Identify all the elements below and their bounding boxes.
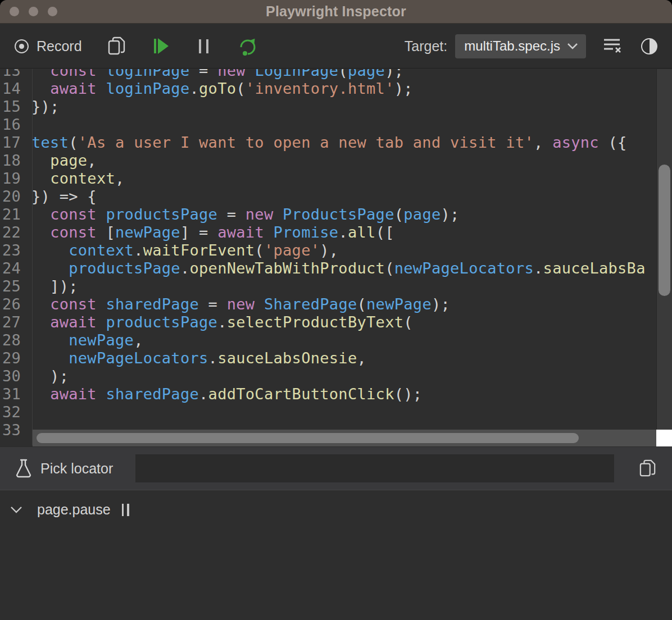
chevron-down-icon <box>10 506 22 514</box>
code-text: test('As a user I want to open a new tab… <box>26 134 627 152</box>
close-button[interactable] <box>10 7 19 16</box>
log-entry[interactable]: page.pause <box>0 490 672 518</box>
code-line[interactable]: 30 ); <box>0 367 656 385</box>
pick-locator-bar: Pick locator <box>0 446 672 490</box>
line-number: 26 <box>0 295 26 313</box>
code-line[interactable]: 29 newPageLocators.sauceLabsOnesie, <box>0 349 656 367</box>
code-text: productsPage.openNewTabWithProduct(newPa… <box>26 259 646 277</box>
code-line[interactable]: 16 <box>0 116 656 134</box>
horizontal-scrollbar[interactable] <box>33 430 656 446</box>
traffic-lights <box>10 7 57 16</box>
pick-locator-label: Pick locator <box>40 461 113 477</box>
code-line[interactable]: 23 context.waitForEvent('page'), <box>0 241 656 259</box>
record-icon <box>15 39 29 53</box>
clear-log-button[interactable] <box>603 38 622 54</box>
line-number: 14 <box>0 80 26 98</box>
code-line[interactable]: 32 <box>0 403 656 421</box>
code-line[interactable]: 18 page, <box>0 152 656 170</box>
code-text <box>26 403 31 421</box>
code-text: context.waitForEvent('page'), <box>26 241 338 259</box>
toolbar-right: Target: multiTab.spec.js <box>405 34 657 58</box>
line-number: 28 <box>0 331 26 349</box>
code-text: await productsPage.selectProductByText( <box>26 313 413 331</box>
code-line[interactable]: 19 context, <box>0 170 656 188</box>
playwright-inspector-window: Playwright Inspector Record <box>0 0 672 620</box>
line-number: 21 <box>0 206 26 224</box>
log-entry-label: page.pause <box>37 502 111 518</box>
code-text: const loginPage = new LoginPage(page); <box>26 69 403 80</box>
code-line[interactable]: 26 const sharedPage = new SharedPage(new… <box>0 295 656 313</box>
line-number: 30 <box>0 367 26 385</box>
line-number: 17 <box>0 134 26 152</box>
target-label: Target: <box>405 38 447 54</box>
locator-input[interactable] <box>135 454 614 482</box>
code-text: page, <box>26 152 97 170</box>
pause-icon <box>199 39 201 53</box>
resume-button[interactable] <box>154 38 169 54</box>
copy-script-button[interactable] <box>108 37 126 56</box>
line-number: 19 <box>0 170 26 188</box>
zoom-button[interactable] <box>48 7 57 16</box>
code-line[interactable]: 27 await productsPage.selectProductByTex… <box>0 313 656 331</box>
clear-log-icon <box>603 38 622 54</box>
code-line[interactable]: 13 const loginPage = new LoginPage(page)… <box>0 69 656 80</box>
flask-icon <box>16 459 31 478</box>
line-number: 32 <box>0 403 26 421</box>
line-number: 16 <box>0 116 26 134</box>
gutter-divider <box>32 69 33 445</box>
pause-icon <box>122 504 129 516</box>
step-over-icon <box>238 36 257 56</box>
minimize-button[interactable] <box>29 7 38 16</box>
vertical-scrollbar-thumb[interactable] <box>659 165 670 296</box>
toolbar: Record Target: multiTab.spec.j <box>0 24 672 69</box>
line-number: 31 <box>0 385 26 403</box>
pause-button[interactable] <box>199 39 208 53</box>
line-number: 22 <box>0 224 26 241</box>
code-line[interactable]: 20}) => { <box>0 188 656 206</box>
code-line[interactable]: 31 await sharedPage.addToCartButtonClick… <box>0 385 656 403</box>
target-select[interactable]: multiTab.spec.js <box>455 34 586 58</box>
log-panel: page.pause <box>0 490 672 620</box>
code-text: await loginPage.goTo('inventory.html'); <box>26 80 413 98</box>
line-number: 13 <box>0 69 26 80</box>
code-text: const sharedPage = new SharedPage(newPag… <box>26 295 450 313</box>
copy-locator-button[interactable] <box>639 459 656 477</box>
titlebar: Playwright Inspector <box>0 0 672 24</box>
code-editor[interactable]: 13 const loginPage = new LoginPage(page)… <box>0 69 656 446</box>
code-text: }); <box>26 98 60 116</box>
resume-icon <box>154 39 156 53</box>
line-number: 33 <box>0 421 26 439</box>
line-number: 29 <box>0 349 26 367</box>
vertical-scrollbar[interactable] <box>656 69 672 430</box>
record-label: Record <box>37 38 82 54</box>
code-text: ); <box>26 367 69 385</box>
target-value: multiTab.spec.js <box>464 38 560 54</box>
chevron-down-icon <box>567 43 578 50</box>
code-lines: 13 const loginPage = new LoginPage(page)… <box>0 69 656 439</box>
code-text <box>26 116 31 134</box>
code-text: context, <box>26 170 125 188</box>
code-text: newPageLocators.sauceLabsOnesie, <box>26 349 366 367</box>
code-line[interactable]: 21 const productsPage = new ProductsPage… <box>0 206 656 224</box>
code-text: await sharedPage.addToCartButtonClick(); <box>26 385 422 403</box>
code-text: const productsPage = new ProductsPage(pa… <box>26 206 460 224</box>
code-line[interactable]: 28 newPage, <box>0 331 656 349</box>
copy-icon <box>639 459 656 477</box>
line-number: 18 <box>0 152 26 170</box>
record-button[interactable]: Record <box>15 38 82 54</box>
horizontal-scrollbar-thumb[interactable] <box>37 433 579 443</box>
code-line[interactable]: 17test('As a user I want to open a new t… <box>0 134 656 152</box>
code-line[interactable]: 14 await loginPage.goTo('inventory.html'… <box>0 80 656 98</box>
code-line[interactable]: 24 productsPage.openNewTabWithProduct(ne… <box>0 259 656 277</box>
code-line[interactable]: 22 const [newPage] = await Promise.all([ <box>0 224 656 241</box>
line-number: 20 <box>0 188 26 206</box>
contrast-icon[interactable] <box>641 38 657 54</box>
step-over-button[interactable] <box>238 36 257 56</box>
code-text: }) => { <box>26 188 97 206</box>
code-line[interactable]: 15}); <box>0 98 656 116</box>
line-number: 15 <box>0 98 26 116</box>
line-number: 23 <box>0 241 26 259</box>
code-line[interactable]: 25 ]); <box>0 277 656 295</box>
code-text <box>26 421 31 439</box>
code-text: ]); <box>26 277 78 295</box>
